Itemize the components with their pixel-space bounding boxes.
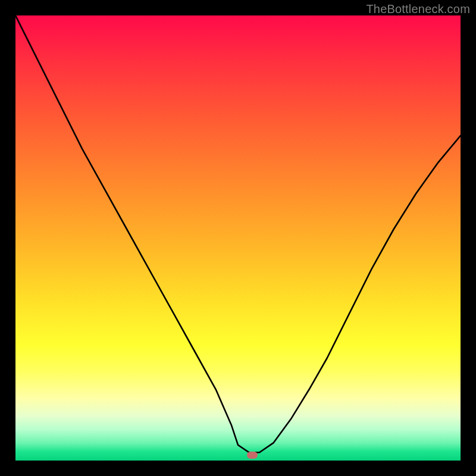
watermark-text: TheBottleneck.com <box>366 2 470 16</box>
bottleneck-curve <box>15 15 461 461</box>
gradient-plot-area <box>15 15 461 461</box>
chart-frame: TheBottleneck.com <box>0 0 476 476</box>
optimal-point-marker <box>247 452 258 459</box>
